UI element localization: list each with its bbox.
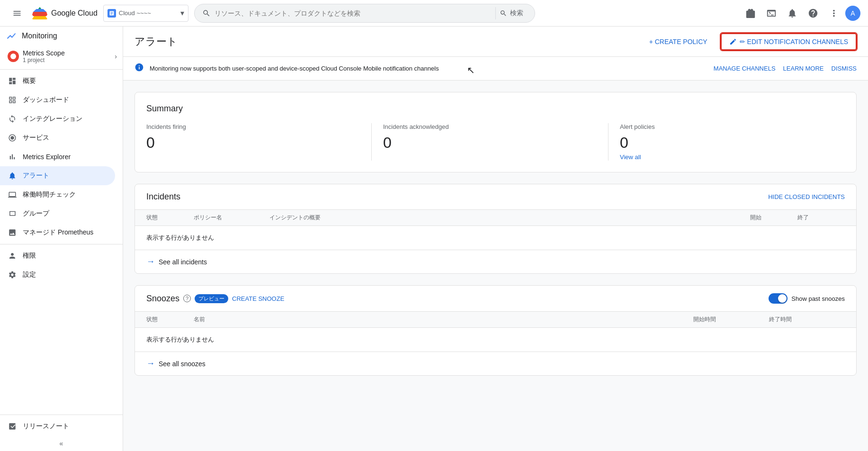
user-avatar[interactable]: A <box>845 6 860 21</box>
learn-more-link[interactable]: LEARN MORE <box>783 65 824 72</box>
info-icon <box>134 63 144 74</box>
alert-policies-stat: Alert policies 0 View all <box>608 123 845 161</box>
top-header: Google Cloud Cloud ~~~~ ▾ 検索 <box>0 0 868 27</box>
incidents-firing-stat: Incidents firing 0 <box>146 123 371 161</box>
search-button[interactable]: 検索 <box>495 7 527 19</box>
col-end: 終了 <box>797 214 845 222</box>
sidebar-item-alerts[interactable]: アラート <box>0 166 115 185</box>
dismiss-link[interactable]: DISMISS <box>832 65 857 72</box>
see-all-incidents-label: See all incidents <box>159 258 207 266</box>
summary-card: Summary Incidents firing 0 Incidents ack… <box>134 92 857 172</box>
show-past-snoozes-toggle[interactable] <box>769 293 787 304</box>
sidebar-collapse-button[interactable]: « <box>0 436 123 451</box>
manage-channels-link[interactable]: MANAGE CHANNELS <box>714 65 776 72</box>
sidebar: Monitoring Metrics Scope 1 project › 概要 … <box>0 27 123 451</box>
snooze-col-name: 名前 <box>194 316 693 324</box>
snoozes-help-icon[interactable]: ? <box>183 295 191 302</box>
sidebar-item-settings-label: 設定 <box>23 271 36 279</box>
incidents-card: Incidents HIDE CLOSED INCIDENTS 状態 ポリシー名… <box>134 184 857 274</box>
metrics-scope-section[interactable]: Metrics Scope 1 project › <box>0 45 123 67</box>
sidebar-divider-mid <box>0 244 123 244</box>
info-banner: Monitoring now supports both user-scoped… <box>123 57 868 81</box>
metrics-explorer-icon <box>8 152 17 162</box>
metrics-scope-chevron-icon: › <box>115 53 117 60</box>
summary-title: Summary <box>146 104 845 114</box>
incidents-table-header: 状態 ポリシー名 インシデントの概要 開始 終了 <box>135 210 856 226</box>
sidebar-item-settings[interactable]: 設定 <box>0 265 115 284</box>
project-name-label: Cloud ~~~~ <box>119 9 178 17</box>
page-header: アラート + CREATE POLICY ✏ EDIT NOTIFICATION… <box>123 27 868 57</box>
col-summary: インシデントの概要 <box>269 214 750 222</box>
header-icons: A <box>741 4 860 23</box>
incidents-title: Incidents <box>146 192 180 202</box>
sidebar-item-overview-label: 概要 <box>23 77 36 85</box>
sidebar-item-groups-label: グループ <box>23 209 49 218</box>
sidebar-item-integrations-label: インテグレーション <box>23 115 82 123</box>
incidents-firing-label: Incidents firing <box>146 123 360 130</box>
edit-notification-channels-button[interactable]: ✏ EDIT NOTIFICATION CHANNELS <box>721 33 857 50</box>
info-banner-text: Monitoring now supports both user-scoped… <box>150 65 708 72</box>
hide-closed-incidents-button[interactable]: HIDE CLOSED INCIDENTS <box>768 193 845 200</box>
sidebar-item-uptime[interactable]: 稼働時間チェック <box>0 185 115 204</box>
sidebar-item-integrations[interactable]: インテグレーション <box>0 109 115 128</box>
create-snooze-button[interactable]: CREATE SNOOZE <box>232 295 284 302</box>
alert-policies-value: 0 <box>620 134 833 152</box>
sidebar-item-metrics-explorer-label: Metrics Explorer <box>23 153 71 161</box>
groups-icon <box>8 209 17 218</box>
snooze-col-end: 終了時間 <box>769 316 845 324</box>
sidebar-item-groups[interactable]: グループ <box>0 204 115 223</box>
search-btn-label: 検索 <box>510 9 523 18</box>
incidents-header: Incidents HIDE CLOSED INCIDENTS <box>135 184 856 210</box>
sidebar-item-release-notes[interactable]: リリースノート <box>0 417 123 436</box>
sidebar-item-metrics-explorer[interactable]: Metrics Explorer <box>0 147 115 166</box>
see-all-incidents-button[interactable]: → See all incidents <box>135 250 856 273</box>
sidebar-item-overview[interactable]: 概要 <box>0 72 115 90</box>
snoozes-empty-text: 表示する行がありません <box>135 328 856 352</box>
terminal-icon[interactable] <box>762 4 781 23</box>
collapse-icon: « <box>60 440 63 447</box>
hamburger-menu-icon[interactable] <box>8 4 27 23</box>
gift-icon[interactable] <box>741 4 760 23</box>
col-start: 開始 <box>750 214 797 222</box>
sidebar-item-alerts-label: アラート <box>23 171 49 180</box>
more-options-icon[interactable] <box>824 4 843 23</box>
col-status: 状態 <box>146 214 194 222</box>
sidebar-item-prometheus[interactable]: マネージド Prometheus <box>0 223 115 242</box>
see-all-snoozes-button[interactable]: → See all snoozes <box>135 352 856 375</box>
main-content: アラート + CREATE POLICY ✏ EDIT NOTIFICATION… <box>123 27 868 451</box>
banner-actions: MANAGE CHANNELS LEARN MORE DISMISS <box>714 65 857 72</box>
snoozes-table-header: 状態 名前 開始時間 終了時間 <box>135 312 856 328</box>
show-past-snoozes-toggle-container: Show past snoozes <box>769 293 845 304</box>
sidebar-item-services-label: サービス <box>23 134 49 142</box>
create-policy-button[interactable]: + CREATE POLICY <box>642 34 715 49</box>
sidebar-product[interactable]: Monitoring <box>0 27 115 45</box>
view-all-link[interactable]: View all <box>620 153 833 161</box>
see-all-snoozes-label: See all snoozes <box>159 360 206 368</box>
snoozes-header: Snoozes ? プレビュー CREATE SNOOZE Show past … <box>135 286 856 312</box>
bell-icon[interactable] <box>783 4 802 23</box>
search-input[interactable] <box>215 9 492 17</box>
release-notes-label: リリースノート <box>23 422 69 431</box>
edit-notification-label: ✏ EDIT NOTIFICATION CHANNELS <box>740 38 848 45</box>
help-icon[interactable] <box>804 4 823 23</box>
content-area: Summary Incidents firing 0 Incidents ack… <box>123 81 868 387</box>
col-policy: ポリシー名 <box>194 214 269 222</box>
snooze-col-status: 状態 <box>146 316 194 324</box>
snooze-col-start: 開始時間 <box>693 316 769 324</box>
sidebar-item-dashboard[interactable]: ダッシュボード <box>0 90 115 109</box>
overview-icon <box>8 76 17 86</box>
search-bar[interactable]: 検索 <box>194 4 535 23</box>
sidebar-item-uptime-label: 稼働時間チェック <box>23 190 76 199</box>
settings-icon <box>8 270 17 280</box>
metrics-scope-title: Metrics Scope <box>23 49 65 57</box>
services-icon <box>8 133 17 143</box>
snoozes-title: Snoozes <box>146 294 179 304</box>
sidebar-item-services[interactable]: サービス <box>0 128 115 147</box>
google-cloud-logo[interactable]: Google Cloud <box>32 7 98 19</box>
sidebar-item-dashboard-label: ダッシュボード <box>23 96 69 104</box>
snoozes-card: Snoozes ? プレビュー CREATE SNOOZE Show past … <box>134 285 857 376</box>
sidebar-item-permissions[interactable]: 権限 <box>0 246 115 265</box>
incidents-empty-text: 表示する行がありません <box>135 226 856 250</box>
sidebar-divider-bottom <box>0 415 123 415</box>
project-selector[interactable]: Cloud ~~~~ ▾ <box>103 5 188 22</box>
